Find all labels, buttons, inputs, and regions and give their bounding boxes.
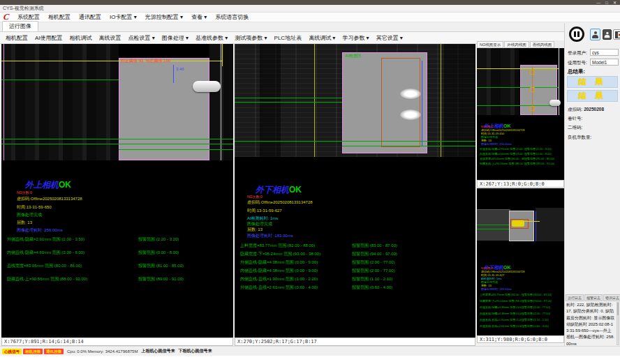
measurement-row: 外侧直线-直线=2.61mm 范围:(0.60 - 4.00) 报警范围:(0.…: [240, 285, 474, 293]
green-measure-line: [235, 98, 342, 98]
model-label: 使用型号:: [568, 60, 587, 66]
switch-user-button[interactable]: [603, 29, 612, 40]
toolbar-item[interactable]: 图像处理 ▾: [162, 34, 189, 42]
alarm-range: 报警范围:(81.00 - 85.00): [138, 263, 184, 276]
tab-run-image[interactable]: 运行图像: [2, 21, 38, 31]
ai-region-label: AI检测区: [345, 54, 362, 59]
alarm-range: 报警范围:(0.60 - 4.00): [522, 324, 549, 331]
tab-strip: 运行图像: [0, 22, 620, 32]
menu-item[interactable]: 查看 ▾: [191, 13, 207, 21]
measurement-row: 外侧直线-隐藏=2.91mm 范围:(2.00 - 3.50) 报警范围:(2.…: [7, 236, 232, 250]
green-measure-line: [477, 87, 559, 88]
blue-measure-line: [173, 65, 174, 83]
measurement-row: 外侧直线-隐藏=2.91mm 范围:(2.00 - 3.50) 报警范围:(2.…: [480, 147, 563, 152]
toolbar-item[interactable]: 离线调试 ▾: [309, 34, 335, 42]
measurement-value: 直线宽度=83.05mm 范围:(80.00 - 86.00): [480, 157, 524, 162]
camera-view-lower[interactable]: AI检测区 外下相机OK NG次数:0 虚拟码:Offline202502081…: [235, 44, 475, 338]
green-measure-line: [1, 139, 233, 139]
toolbar-item[interactable]: 相机配置: [6, 34, 28, 42]
menu-item[interactable]: 相机配置: [48, 13, 71, 21]
yellow-guide-line: [314, 44, 315, 157]
qr-code-label: 二维码:: [568, 125, 582, 131]
menu-items: 系统配置相机配置通讯配置IO卡配置 ▾光源控制配置 ▾查看 ▾系统语言切换: [17, 13, 249, 21]
model-input[interactable]: [590, 59, 619, 66]
window-control-button[interactable]: ✕: [613, 1, 617, 5]
reflection-flare: [400, 109, 421, 120]
machine-background: [209, 44, 233, 160]
machine-background: [536, 208, 564, 241]
measurement-rows: 外侧直线-隐藏=2.91mm 范围:(2.00 - 3.50) 报警范围:(2.…: [7, 236, 232, 289]
elapsed-line: 图像处理耗时: 256.00ms: [481, 142, 512, 146]
alarm-range: 报警范围:(94.00 - 97.00): [522, 299, 552, 305]
toolbar-item[interactable]: 测试项参数 ▾: [235, 34, 267, 42]
thumbnail-view-upper[interactable]: 外上相机OK NG次数:0 虚拟码:Offline202502081331347…: [477, 48, 564, 180]
log-tab[interactable]: 运行日志: [566, 294, 584, 301]
login-user-input[interactable]: [590, 49, 619, 56]
log-tab[interactable]: 错误日志: [603, 294, 620, 301]
window-control-button[interactable]: □: [605, 1, 608, 5]
camera-view-upper[interactable]: 固定阈值:93, 动态阈值:100 3.46 外上相机OK NG次数:0 虚拟码…: [1, 44, 233, 338]
pause-button[interactable]: [569, 26, 584, 42]
toolbar-item[interactable]: AI使用配置: [35, 34, 63, 42]
cursor-pixel-readout: X:7677;Y:891;R:14;G:14;B:14: [4, 339, 84, 344]
blue-measure-line: [422, 61, 422, 146]
cursor-pixel-readout: X:267;Y:13;R:0;G:0;B:0: [480, 181, 545, 187]
result-ok: OK: [503, 265, 511, 270]
toolbar-item[interactable]: 学习参数 ▾: [342, 34, 369, 42]
login-user-button[interactable]: [590, 29, 600, 40]
app-window: —□✕ CYS-视觉检测系统 C 系统配置相机配置通讯配置IO卡配置 ▾光源控制…: [0, 0, 620, 364]
login-user-label: 登录用户:: [568, 50, 587, 56]
alarm-range: 报警范围:(1.10 - 2.10): [522, 318, 549, 324]
measurement-value: 隐藏直线-上=90.56mm 范围:(88.00 - 92.00): [480, 162, 524, 167]
measurement-value: 内侧直线-隐藏=4.38mm 范围:(0.00 - 9.00): [480, 312, 522, 318]
menu-item[interactable]: 系统语言切换: [215, 13, 249, 21]
thumbnail-tab[interactable]: 画线内线图: [530, 41, 555, 48]
yellow-guide-line: [222, 44, 223, 66]
exit-button[interactable]: [613, 29, 620, 40]
alarm-range: 报警范围:(0.00 - 8.00): [524, 152, 552, 157]
cpu-memory-readout: Cpu: 0.0% Memory: 3424.41796875M: [67, 349, 138, 354]
edge-highlight-line: [221, 44, 221, 160]
menu-bar: C 系统配置相机配置通讯配置IO卡配置 ▾光源控制配置 ▾查看 ▾系统语言切换: [0, 13, 620, 22]
menu-item[interactable]: 光源控制配置 ▾: [145, 13, 183, 21]
pin-number-label: 卷针号:: [568, 116, 582, 122]
control-panel: 登录用户: 使用型号: 总结果: 结 果 结 果 虚拟码: 20250208 卷…: [564, 23, 620, 347]
toolbar-item[interactable]: 相机调试: [70, 34, 92, 42]
measurement-row: 隐藏直线-上=90.56mm 范围:(88.00 - 92.00) 报警范围:(…: [7, 276, 232, 289]
window-control-button[interactable]: —: [596, 1, 600, 5]
measurement-value: 隐藏宽度-下=95.24mm 范围:(93.00 - 98.00): [480, 299, 522, 305]
toolbar-item[interactable]: 基准线参数 ▾: [195, 34, 228, 42]
log-tab[interactable]: 报警日志: [584, 294, 603, 301]
window-title: CYS-视觉检测系统: [3, 5, 44, 12]
log-scrollbar[interactable]: [617, 302, 619, 345]
thumbnail-tab[interactable]: NG线图显示: [477, 41, 503, 48]
menu-item[interactable]: 系统配置: [17, 13, 40, 21]
thumbnail-view-lower[interactable]: 外下相机OK NG次数:0 虚拟码:Offline202502081331347…: [477, 188, 564, 335]
measure-tag: 3.46: [176, 67, 184, 72]
measurement-value: 内侧直线-隐藏=4.38mm 范围:(0.00 - 9.00): [240, 268, 352, 276]
toolbar-item[interactable]: 点检设置 ▾: [128, 34, 155, 42]
measurement-value: 外侧直线-隐藏=2.91mm 范围:(2.00 - 3.50): [7, 236, 138, 250]
toolbar-item[interactable]: 离线设置: [99, 34, 121, 42]
menu-item[interactable]: 通讯配置: [79, 13, 101, 21]
ai-detect-box: [381, 58, 420, 147]
user-icon: [605, 31, 610, 38]
alarm-range: 报警范围:(89.00 - 91.00): [524, 162, 554, 167]
barcode-line: 虚拟码:Offline20250208133134728: [247, 200, 313, 205]
green-measure-line: [477, 105, 559, 106]
camera-result-title: 外上相机OK: [25, 178, 71, 191]
toolbar-item[interactable]: PLC地址表: [274, 34, 302, 42]
lower-camera-heartbeat: 下相机心跳信号来: [178, 348, 212, 354]
scrollbar-thumb[interactable]: [617, 303, 619, 315]
alarm-range: 报警范围:(1.10 - 2.10): [352, 276, 392, 285]
elapsed-line: 图像处理耗时: 183.00ms: [247, 234, 293, 238]
thumbnail-tab[interactable]: 外线内线图: [504, 41, 529, 48]
toolbar-item[interactable]: 其它设置 ▾: [376, 34, 403, 42]
green-measure-line: [477, 229, 509, 229]
time-line: 时间:13-31-59-650: [17, 205, 52, 210]
time-line: 时间:13-31-59-627: [247, 208, 282, 213]
menu-item[interactable]: IO卡配置 ▾: [110, 13, 137, 21]
log-text-area[interactable]: 耗时: 222, 缺陷检测耗时: 17, 缺陷分类耗时: 0, 缺陷裁剪分图耗时…: [566, 302, 615, 345]
shadow-band: [260, 44, 281, 157]
measurement-value: 外侧直线-直线=2.61mm 范围:(0.60 - 4.00): [240, 285, 352, 293]
